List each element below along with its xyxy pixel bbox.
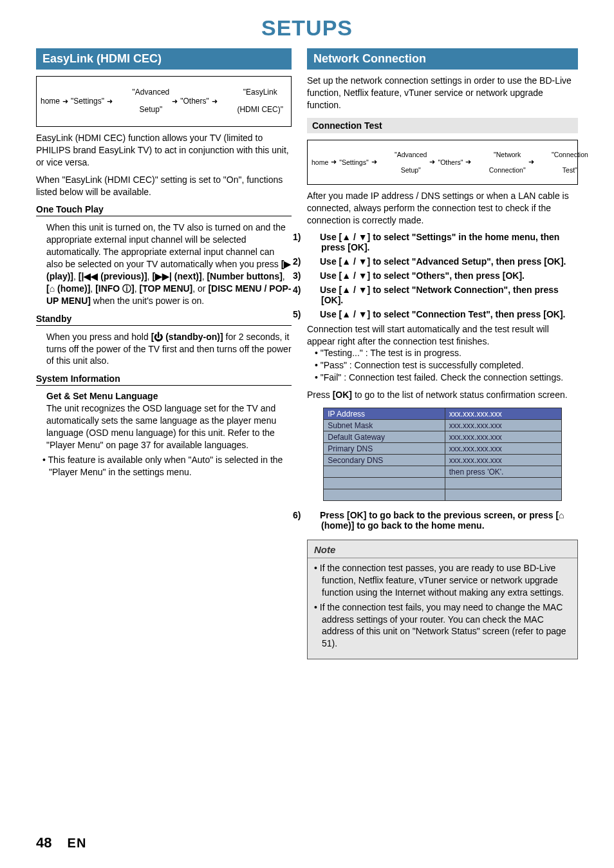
left-column: EasyLink (HDMI CEC) home ➜ "Settings" ➜ … xyxy=(36,48,292,659)
steps-list-2: 6)Press [OK] to go back to the previous … xyxy=(307,510,578,531)
cell-val: xxx.xxx.xxx.xxx xyxy=(445,443,561,455)
step-3: 3)Use [▲ / ▼] to select "Others", then p… xyxy=(307,270,578,281)
step-text: Use [▲ / ▼] to select "Settings" in the … xyxy=(320,232,559,252)
crumb-network-connection: "Network Connection" xyxy=(474,143,525,182)
step-6: 6)Press [OK] to go back to the previous … xyxy=(307,510,578,531)
step-1: 1)Use [▲ / ▼] to select "Settings" in th… xyxy=(307,232,578,252)
crumb-text: Test" xyxy=(563,166,577,174)
arrow-icon: ➜ xyxy=(371,158,377,166)
text: , or xyxy=(192,283,208,294)
text: , xyxy=(283,271,285,281)
arrow-icon: ➜ xyxy=(528,158,534,166)
cell-key: Default Gateway xyxy=(324,431,445,443)
conn-result-text: Connection test will start automatically… xyxy=(307,323,578,348)
arrow-icon: ➜ xyxy=(172,97,178,106)
cell-val xyxy=(445,478,561,489)
page-title: SETUPS xyxy=(36,15,578,41)
step-text: Use [▲ / ▼] to select "Others", then pre… xyxy=(320,270,525,281)
key-previous: [|◀◀ (previous)] xyxy=(79,271,147,281)
page-number: 48 EN xyxy=(36,835,86,851)
table-row: IP Addressxxx.xxx.xxx.xxx xyxy=(324,408,561,420)
arrow-icon: ➜ xyxy=(331,158,337,166)
cell-val: xxx.xxx.xxx.xxx xyxy=(445,408,561,420)
heading-network: Network Connection xyxy=(307,48,578,70)
page-lang: EN xyxy=(68,836,87,850)
crumb-others: "Others" xyxy=(180,97,209,106)
crumb-text: "Advanced xyxy=(133,88,170,97)
note-item: If the connection test passes, you are r… xyxy=(322,562,570,599)
note-box: Note If the connection test passes, you … xyxy=(307,540,578,659)
step-text: Use [▲ / ▼] to select "Network Connectio… xyxy=(320,285,559,305)
cell-key: Subnet Mask xyxy=(324,420,445,431)
table-row: Default Gatewayxxx.xxx.xxx.xxx xyxy=(324,431,561,443)
cell-val: xxx.xxx.xxx.xxx xyxy=(445,420,561,431)
cell-key xyxy=(324,466,445,478)
crumb-text: "Connection xyxy=(552,151,588,158)
network-status-table: IP Addressxxx.xxx.xxx.xxx Subnet Maskxxx… xyxy=(323,408,561,501)
cell-key: Secondary DNS xyxy=(324,455,445,466)
crumb-advanced-setup: "Advanced Setup" xyxy=(380,143,427,182)
standby-heading: Standby xyxy=(36,314,292,326)
arrow-icon: ➜ xyxy=(465,158,471,166)
key-next: [▶▶| (next)] xyxy=(152,271,201,281)
crumb-text: "EasyLink xyxy=(243,88,277,97)
step-text: Use [▲ / ▼] to select "Advanced Setup", … xyxy=(320,256,566,267)
crumb-text: Setup" xyxy=(401,166,421,174)
text: when the unit's power is on. xyxy=(91,296,204,306)
status-list: "Testing..." : The test is in progress. … xyxy=(307,347,578,384)
cell-key: Primary DNS xyxy=(324,443,445,455)
crumb-text: Setup" xyxy=(140,105,163,114)
text: When this unit is turned on, the TV also… xyxy=(46,222,286,269)
key-info: [INFO ⓘ] xyxy=(95,283,135,294)
one-touch-play-heading: One Touch Play xyxy=(36,204,292,216)
standby-body: When you press and hold [⏻ (standby-on)]… xyxy=(36,331,292,368)
table-row: Secondary DNSxxx.xxx.xxx.xxx xyxy=(324,455,561,466)
step-text: Use [▲ / ▼] to select "Connection Test",… xyxy=(320,309,565,319)
crumb-text: (HDMI CEC)" xyxy=(237,105,283,114)
crumb-easylink: "EasyLink (HDMI CEC)" xyxy=(220,79,283,124)
table-row xyxy=(324,489,561,501)
footnote-auto: • This feature is available only when "A… xyxy=(42,454,292,478)
arrow-icon: ➜ xyxy=(212,97,218,106)
crumb-home: home xyxy=(312,158,328,166)
step-4: 4)Use [▲ / ▼] to select "Network Connect… xyxy=(307,285,578,305)
breadcrumb-easylink: home ➜ "Settings" ➜ "Advanced Setup" ➜ "… xyxy=(36,76,292,127)
crumb-text: "Network xyxy=(494,151,521,158)
text: , xyxy=(90,283,95,294)
table-row: Primary DNSxxx.xxx.xxx.xxx xyxy=(324,443,561,455)
cell-val: xxx.xxx.xxx.xxx xyxy=(445,431,561,443)
table-row xyxy=(324,478,561,489)
after-settings-text: After you made IP address / DNS settings… xyxy=(307,190,578,227)
step-text: Press [OK] to go back to the previous sc… xyxy=(320,510,564,531)
cell-key: IP Address xyxy=(324,408,445,420)
table-row: Subnet Maskxxx.xxx.xxx.xxx xyxy=(324,420,561,431)
crumb-connection-test: "Connection Test" xyxy=(537,143,588,182)
cell-val xyxy=(445,489,561,501)
crumb-settings: "Settings" xyxy=(71,97,104,106)
get-set-heading: Get & Set Menu Language xyxy=(46,391,292,401)
crumb-home: home xyxy=(41,97,60,106)
status-fail: "Fail" : Connection test failed. Check t… xyxy=(322,372,578,384)
crumb-settings: "Settings" xyxy=(339,158,368,166)
crumb-others: "Others" xyxy=(438,158,463,166)
text: When you press and hold xyxy=(46,332,151,342)
crumb-text: "Advanced xyxy=(395,151,427,158)
text: This feature is available only when "Aut… xyxy=(48,455,283,477)
step-2: 2)Use [▲ / ▼] to select "Advanced Setup"… xyxy=(307,256,578,267)
status-testing: "Testing..." : The test is in progress. xyxy=(322,347,578,359)
text: to go to the list of network status conf… xyxy=(355,390,568,400)
note-title: Note xyxy=(308,540,577,558)
get-set-body: The unit recognizes the OSD language set… xyxy=(46,402,292,451)
page-num: 48 xyxy=(36,835,51,851)
table-row: then press 'OK'. xyxy=(324,466,561,478)
right-column: Network Connection Set up the network co… xyxy=(307,48,578,659)
system-info-heading: System Information xyxy=(36,373,292,386)
arrow-icon: ➜ xyxy=(62,97,68,106)
one-touch-play-body: When this unit is turned on, the TV also… xyxy=(36,222,292,307)
crumb-advanced-setup: "Advanced Setup" xyxy=(115,79,169,124)
network-intro: Set up the network connection settings i… xyxy=(307,75,578,111)
key-number: [Number buttons] xyxy=(207,271,282,281)
cell-val: xxx.xxx.xxx.xxx xyxy=(445,455,561,466)
steps-list: 1)Use [▲ / ▼] to select "Settings" in th… xyxy=(307,232,578,319)
arrow-icon: ➜ xyxy=(429,158,435,166)
